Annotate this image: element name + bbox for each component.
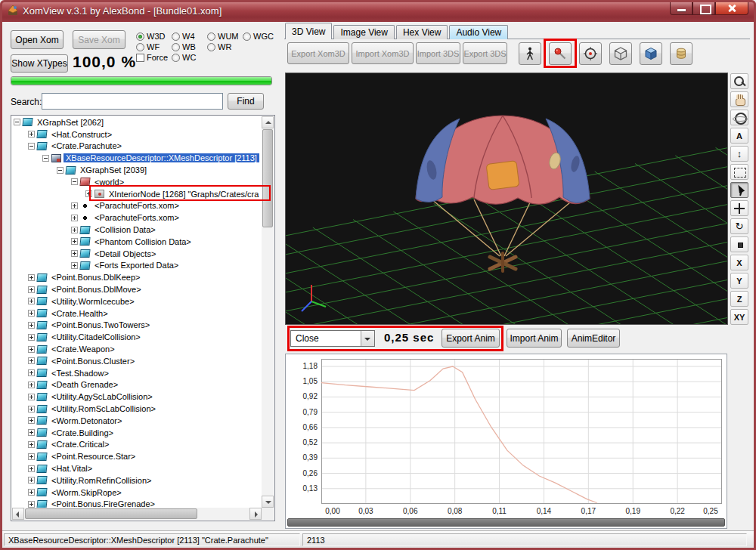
rotate-tool[interactable]: ↻	[730, 218, 748, 234]
tab-image-view[interactable]: Image View	[333, 25, 394, 39]
tree-toggle[interactable]	[71, 215, 78, 221]
tree-horizontal-scrollbar[interactable]	[12, 508, 262, 520]
radio-control[interactable]	[172, 43, 180, 51]
radio-wr[interactable]: WR	[207, 42, 243, 51]
solid-cube-button[interactable]	[640, 42, 662, 65]
cursor-tool[interactable]	[730, 182, 748, 198]
tree-toggle[interactable]	[28, 441, 35, 448]
tree-item[interactable]: <Crate.Parachute>	[12, 141, 262, 153]
tree-item[interactable]: <Crate.Building>	[12, 427, 262, 439]
search-input[interactable]	[42, 93, 223, 110]
tree-toggle[interactable]	[71, 238, 78, 245]
radio-wf[interactable]: WF	[136, 42, 172, 51]
radio-control[interactable]	[207, 43, 215, 51]
tree-toggle[interactable]	[28, 382, 35, 388]
tree-toggle[interactable]	[28, 286, 35, 293]
tree-item[interactable]: <Point.Bonus.TwoTowers>	[12, 320, 262, 332]
minimize-button[interactable]	[670, 2, 692, 15]
tree-item[interactable]: <Phantom Collision Data>	[12, 236, 262, 248]
titlebar[interactable]: XomView v.3.1 by AlexBond - [Bundle01.xo…	[0, 0, 756, 22]
tree-item[interactable]: <Point.Resource.Star>	[12, 450, 262, 462]
save-xom-button[interactable]: Save Xom	[73, 30, 125, 49]
tree-item[interactable]: <Point.Bonus.Cluster>	[12, 355, 262, 367]
tree-item[interactable]: <Utility.AgyScLabCollision>	[12, 391, 262, 403]
tree-item[interactable]: <Utility.RomScLabCollision>	[12, 403, 262, 415]
anim-editor-button[interactable]: AnimEditor	[567, 329, 620, 348]
tree-item[interactable]: <Utility.CitadelCollision>	[12, 331, 262, 343]
tab-3d-view[interactable]: 3D View	[285, 23, 332, 39]
tree-toggle[interactable]	[14, 119, 20, 125]
fit-vertical-tool[interactable]: ↕	[730, 146, 748, 162]
tree-toggle[interactable]	[28, 322, 35, 329]
tree-item[interactable]: <Death Grenade>	[12, 379, 262, 391]
scroll-left-arrow-icon[interactable]	[12, 508, 24, 520]
tree-item[interactable]: XGraphSet [2039]	[12, 164, 262, 176]
tree-item[interactable]: <Worm.SkipRope>	[12, 487, 262, 499]
tree-toggle[interactable]	[71, 250, 78, 257]
tree-toggle[interactable]	[57, 167, 64, 174]
tree-item[interactable]: <Utility.RomRefinCollision>	[12, 474, 262, 487]
tree-toggle[interactable]	[28, 453, 35, 460]
tree-item[interactable]: <world>	[12, 176, 262, 188]
orbit-target-button[interactable]	[579, 42, 602, 65]
scroll-right-arrow-icon[interactable]	[249, 508, 262, 520]
tree-item[interactable]: <Crate.Critical>	[12, 439, 262, 451]
zoom-tool[interactable]	[730, 73, 748, 89]
radio-control[interactable]	[136, 43, 144, 51]
tree-toggle[interactable]	[28, 465, 35, 472]
tree-item[interactable]: <Utility.WormIcecube>	[12, 295, 262, 307]
tree-item[interactable]: <Collision Data>	[12, 224, 262, 236]
tree-item[interactable]: XInteriorNode [1268] "Graphs/Crates/cra	[12, 188, 262, 200]
maximize-button[interactable]	[692, 2, 715, 15]
radio-control[interactable]	[172, 54, 180, 62]
select-box-tool[interactable]	[730, 164, 748, 180]
export-xom3d-button[interactable]: Export Xom3D	[287, 42, 349, 64]
radio-wc[interactable]: WC	[172, 53, 207, 62]
tree-toggle[interactable]	[28, 429, 35, 436]
tree-toggle[interactable]	[71, 262, 78, 269]
tree-toggle[interactable]	[28, 394, 35, 400]
tree-vertical-scrollbar[interactable]	[262, 116, 274, 508]
tree-item[interactable]: <Point.Bonus.DblKeep>	[12, 271, 262, 283]
scroll-up-arrow-icon[interactable]	[262, 116, 274, 128]
tree-toggle[interactable]	[28, 131, 35, 138]
import-3ds-button[interactable]: Import 3DS	[416, 42, 460, 64]
radio-w3d[interactable]: W3D	[136, 32, 172, 41]
tree-toggle[interactable]	[28, 310, 35, 317]
axis-xy-tool[interactable]: XY	[730, 309, 748, 325]
tree-toggle[interactable]	[28, 489, 35, 496]
tree-item[interactable]: <Worm.Detonator>	[12, 415, 262, 427]
tree-item[interactable]: <Detail Objects>	[12, 248, 262, 260]
dropdown-arrow-icon[interactable]	[361, 331, 374, 346]
viewport-canvas[interactable]	[286, 73, 727, 324]
import-anim-button[interactable]: Import Anim	[507, 329, 562, 348]
radio-control[interactable]	[172, 32, 180, 41]
tree-item[interactable]: XGraphSet [2062]	[12, 116, 262, 128]
tree-item[interactable]: <Point.Bonus.FireGrenade>	[12, 499, 262, 508]
scroll-down-arrow-icon[interactable]	[262, 496, 274, 508]
tree-toggle[interactable]	[28, 274, 35, 281]
open-xom-button[interactable]: Open Xom	[11, 30, 64, 49]
radio-wum[interactable]: WUM	[207, 32, 243, 41]
tree-item[interactable]: <Test.Shadow>	[12, 367, 262, 379]
tree-toggle[interactable]	[28, 334, 35, 341]
radio-wgc[interactable]: WGC	[243, 32, 278, 41]
export-3ds-button[interactable]: Export 3DS	[463, 42, 507, 64]
axis-y-tool[interactable]: Y	[730, 273, 748, 289]
tab-hex-view[interactable]: Hex View	[396, 25, 448, 39]
tab-audio-view[interactable]: Audio View	[449, 25, 508, 39]
tree-toggle[interactable]	[28, 406, 35, 412]
tree-toggle[interactable]	[28, 357, 35, 364]
move-tool[interactable]	[730, 200, 748, 216]
radio-control[interactable]	[136, 32, 144, 41]
tree-item[interactable]: <ParachuteForts.xom>	[12, 200, 262, 212]
tree-toggle[interactable]	[28, 346, 35, 353]
find-button[interactable]: Find	[228, 93, 264, 110]
show-xtypes-button[interactable]: Show XTypes	[11, 54, 68, 73]
pan-tool[interactable]	[730, 91, 748, 107]
tree-toggle[interactable]	[28, 298, 35, 304]
tree-item[interactable]: <Point.Bonus.DblMove>	[12, 283, 262, 295]
horizontal-scroll-thumb[interactable]	[25, 508, 197, 519]
wireframe-cube-button[interactable]	[609, 42, 632, 65]
chart-scrollbar[interactable]	[287, 518, 725, 527]
